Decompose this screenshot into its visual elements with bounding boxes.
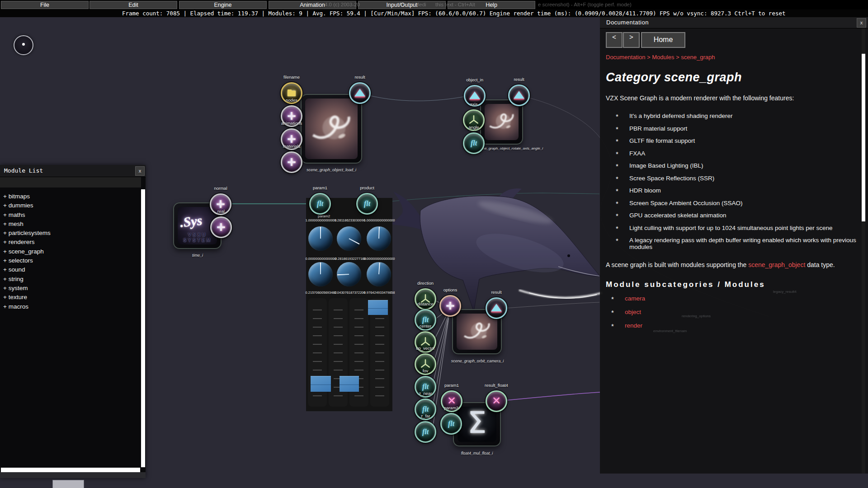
engine-stats-text: Frame count: 7085 | Elapsed time: 119.37… [122,10,786,17]
port-z_far[interactable]: fltz_far [415,421,436,443]
breadcrumb-separator: > [674,54,681,61]
menubar-faded-text: Vovoid Medi [398,2,426,7]
dial-needle [349,238,360,244]
module-list-panel: Module List x + bitmaps+ dummies+ maths+… [0,165,146,478]
module-thumbnail[interactable] [301,94,362,164]
dial-value: 0.043076187372206 [335,291,366,295]
menubar-faded-text: this text - Ctrl+Alt [435,2,475,7]
doc-subcategories-heading: Module subcategories / Modules [606,280,856,289]
menu-engine[interactable]: Engine [179,1,267,9]
module-category-item[interactable]: + renderers [0,238,141,247]
breadcrumb-scene-graph[interactable]: scene_graph [681,54,715,61]
port-label: nodes [286,98,297,103]
module-label: scene_graph_object_load_i [307,168,356,172]
module-category-item[interactable]: + sound [0,265,141,274]
dial-value: 0.976424933479858 [364,291,395,295]
dial-value: 0.000000000000000 [364,257,395,261]
doc-category-heading: Category scene_graph [606,70,856,84]
module-label: float4_mul_float_i [461,451,493,455]
module-category-item[interactable]: + bitmaps [0,192,141,201]
doc-home-button[interactable]: Home [641,32,685,48]
feature-item: *Scree Space Reflections (SSR) [606,175,856,183]
module-list-horizontal-scrollbar[interactable] [1,468,140,472]
doc-forward-button[interactable]: > [623,32,640,48]
module-list-vertical-scrollbar[interactable] [141,189,145,467]
port-direction[interactable]: direction [415,288,436,310]
module-category-item[interactable]: + scene_graph [0,247,141,256]
dial-knob[interactable] [367,262,391,286]
module-category-item[interactable]: + macros [0,302,141,311]
port-result[interactable]: result [349,82,371,104]
port-param2[interactable]: fltparam2 [440,413,462,435]
port-result[interactable]: result [508,84,530,106]
scene-graph-object-link[interactable]: scene_graph_object [748,261,805,268]
module-link-render[interactable]: render [625,322,642,330]
documentation-titlebar[interactable]: Documentation [600,17,868,28]
module-label: scene_graph_object_rotate_axis_angle_i [477,146,543,150]
port-label: z_near [419,391,432,396]
dial-knob[interactable] [367,226,391,251]
port-param1[interactable]: fltparam1 [309,193,331,215]
module-link-object[interactable]: object [625,309,641,316]
dial-knob[interactable] [337,226,361,251]
module-list-titlebar[interactable]: Module List x [0,165,146,177]
port-angle[interactable]: fltangle [463,132,485,154]
port-label: distance [417,301,433,306]
module-search-input[interactable] [0,177,141,188]
module-list-footer [0,472,146,478]
port-label: product [360,185,374,190]
port-real[interactable]: +real [210,216,232,238]
module-category-item[interactable]: + system [0,284,141,293]
module-label: scene_graph_orbit_camera_i [451,359,504,363]
port-materials[interactable]: +materials [281,151,302,173]
port-label: result_float4 [485,383,508,388]
dial-knob[interactable] [308,262,333,286]
module-thumbnail[interactable] [480,99,523,145]
documentation-title: Documentation [606,19,649,26]
breadcrumb-documentation[interactable]: Documentation [606,54,645,61]
dial-needle [378,263,380,274]
port-product[interactable]: fltproduct [356,193,378,215]
port-label: param2 [444,405,458,410]
module-category-item[interactable]: + particlesystems [0,229,141,238]
port-label: object_in [466,77,483,82]
module-category-item[interactable]: + selectors [0,256,141,265]
slider-handle[interactable] [368,300,388,315]
bottom-left-popup-fragment [52,480,84,488]
dial-value: 1.000000000000000 [364,218,395,222]
canvas-clock-button[interactable] [14,35,33,55]
module-link-list: *camera*object*render [606,295,856,330]
slider-handle[interactable] [311,376,331,392]
outro-text: data type. [805,261,835,268]
module-category-item[interactable]: + mesh [0,220,141,229]
dial-value: -0.281861932277160 [334,257,366,261]
doc-scrollbar-thumb[interactable] [862,54,865,221]
port-label: normal [214,186,227,191]
breadcrumb-modules[interactable]: Modules [652,54,674,61]
port-result[interactable]: result [486,297,507,319]
menu-edit[interactable]: Edit [90,1,177,9]
module-art-swirl [305,99,358,159]
module-link-camera[interactable]: camera [625,295,645,303]
module-category-item[interactable]: + texture [0,293,141,302]
module-list-close-button[interactable]: x [135,166,145,176]
doc-back-button[interactable]: < [606,32,623,48]
dial-needle [320,227,321,239]
module-category-item[interactable]: + string [0,275,141,284]
documentation-close-button[interactable]: x [857,18,866,28]
menu-file[interactable]: File [1,1,89,9]
module-category-item[interactable]: + dummies [0,201,141,210]
port-label: materials [283,144,301,149]
outro-text: A scene graph is built with modules supp… [606,261,748,268]
feature-item: *GLTF file format support [606,137,856,145]
dial-knob[interactable] [308,226,333,251]
port-result_float4[interactable]: ✕result_float4 [486,390,507,412]
port-options[interactable]: +options [439,295,461,317]
port-label: direction [417,281,434,286]
module-category-item[interactable]: + maths [0,211,141,220]
dial-knob[interactable] [337,262,361,286]
slider-handle[interactable] [340,376,359,392]
feature-list: *It's a hybrid deferred shading renderer… [606,113,856,250]
dial-value: 0.000000000000000 [306,257,337,261]
doc-intro-paragraph: VZX Scene Graph is a modern renderer wit… [606,94,856,102]
